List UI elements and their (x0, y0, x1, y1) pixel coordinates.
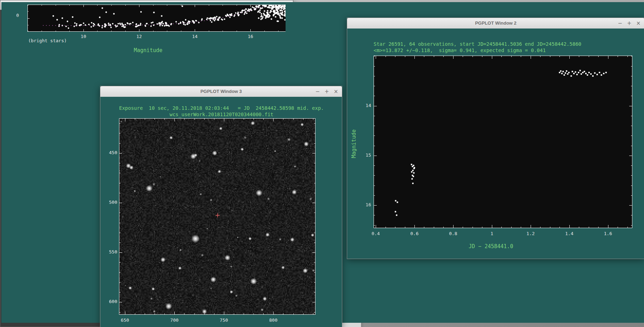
tick-label: 550 (103, 249, 117, 254)
tick-label: 800 (267, 317, 280, 323)
maximize-icon[interactable]: + (324, 88, 329, 95)
lightcurve-xaxis-title: JD − 2458441.0 (469, 243, 513, 250)
tick-label: 0.4 (370, 231, 381, 236)
tick-label: 1 (486, 231, 498, 236)
tick-label: 1.4 (564, 231, 575, 236)
tick-label: 16 (245, 34, 256, 39)
tick-label: 16 (361, 202, 371, 207)
fits-filename-header: wcs_userWork.20181120T020344000.fit (100, 112, 343, 117)
exposure-header-line1: Exposure 10 sec, 20.11.2018 02:03:44 = J… (100, 105, 343, 111)
tick-label: 600 (103, 299, 117, 304)
maximize-icon[interactable]: + (627, 20, 632, 26)
tick-label: 0.8 (448, 231, 459, 236)
tick-label: 500 (103, 200, 117, 205)
tick-label: 750 (218, 317, 230, 323)
tick-label: 450 (103, 150, 117, 155)
pgplot3-title: PGPLOT Window 3 (100, 89, 342, 94)
pgplot2-title: PGPLOT Window 2 (347, 20, 644, 26)
tick-label: 0.6 (409, 231, 420, 236)
tick-label: 1.2 (525, 231, 536, 236)
tick-label: 650 (119, 317, 131, 323)
y-tick-zero: 0 (16, 13, 19, 18)
lightcurve-info-line1: Star 26591, 64 observations, start JD=24… (374, 41, 581, 47)
tick-label: 15 (361, 152, 371, 158)
tick-label: 14 (189, 34, 200, 39)
sigma-xaxis-title: Magnitude (134, 47, 162, 54)
tick-label: 1.6 (602, 231, 614, 236)
minimize-icon[interactable]: − (315, 88, 320, 95)
close-icon[interactable]: × (333, 88, 338, 95)
lightcurve-plot[interactable] (374, 56, 632, 228)
close-icon[interactable]: × (636, 20, 641, 26)
star-field-image[interactable] (119, 118, 315, 315)
sigma-vs-magnitude-plot[interactable] (27, 5, 286, 32)
bright-stars-annotation: (bright stars) (28, 38, 67, 43)
lightcurve-yaxis-title: Magnitude (351, 130, 357, 158)
tick-label: 14 (361, 103, 371, 108)
tick-label: 12 (133, 34, 145, 39)
tick-label: 700 (168, 317, 181, 323)
minimize-icon[interactable]: − (618, 20, 623, 26)
tick-label: 10 (78, 34, 89, 39)
pgplot3-titlebar[interactable]: PGPLOT Window 3 − + × (100, 86, 342, 97)
pgplot-window-1[interactable]: 0 10121416 (bright stars) (faint stars) … (0, 0, 286, 68)
pgplot-window-2[interactable]: PGPLOT Window 2 − + × Star 26591, 64 obs… (347, 18, 644, 259)
pgplot-window-3[interactable]: PGPLOT Window 3 − + × Exposure 10 sec, 2… (100, 86, 342, 327)
pgplot2-titlebar[interactable]: PGPLOT Window 2 − + × (347, 18, 644, 29)
lightcurve-info-line2: <m>=13.872 +/−0.118, sigma= 0.941, expec… (374, 48, 546, 53)
